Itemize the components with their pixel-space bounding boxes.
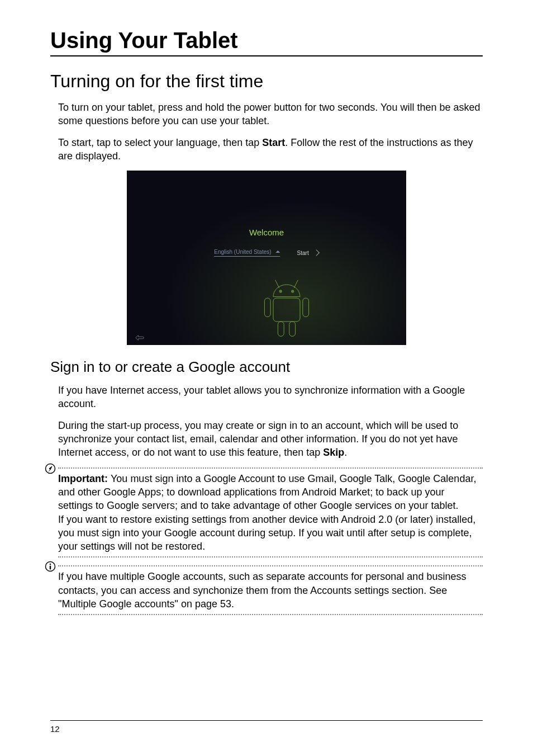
- language-selector[interactable]: English (United States): [214, 249, 280, 257]
- important-note-text: Important: You must sign into a Google A…: [58, 472, 483, 554]
- page-number: 12: [50, 724, 60, 734]
- dotted-divider: [58, 467, 483, 469]
- pin-icon: [45, 463, 56, 474]
- svg-point-2: [279, 290, 282, 293]
- back-icon[interactable]: [135, 334, 145, 342]
- start-label-bold: Start: [262, 137, 285, 148]
- dotted-divider: [58, 556, 483, 557]
- paragraph-start-instructions: To start, tap to select your language, t…: [58, 136, 483, 163]
- svg-rect-7: [278, 322, 284, 336]
- section-heading-turning-on: Turning on for the first time: [50, 71, 483, 92]
- section-heading-google-account: Sign in to or create a Google account: [50, 358, 483, 376]
- language-value: English (United States): [214, 249, 271, 255]
- language-start-row: English (United States) Start: [214, 249, 318, 257]
- svg-point-3: [291, 290, 294, 293]
- info-note-text: If you have multiple Google accounts, su…: [58, 570, 483, 611]
- dotted-divider: [58, 565, 483, 566]
- start-button[interactable]: Start: [297, 250, 319, 256]
- text: If you want to restore existing settings…: [58, 514, 475, 552]
- paragraph-turn-on: To turn on your tablet, press and hold t…: [58, 101, 483, 128]
- paragraph-startup-process: During the start-up process, you may cre…: [58, 419, 483, 460]
- info-note: If you have multiple Google accounts, su…: [58, 565, 483, 615]
- text: During the start-up process, you may cre…: [58, 420, 458, 459]
- important-note: Important: You must sign into a Google A…: [58, 467, 483, 558]
- info-icon: [45, 561, 56, 572]
- dotted-divider: [58, 614, 483, 615]
- start-button-label: Start: [297, 250, 309, 256]
- svg-rect-12: [50, 566, 51, 570]
- text: You must sign into a Google Account to u…: [58, 473, 476, 512]
- paragraph-sync-info: If you have Internet access, your tablet…: [58, 384, 483, 411]
- svg-point-11: [50, 564, 51, 565]
- page-footer: 12: [50, 720, 483, 734]
- important-label: Important:: [58, 473, 111, 484]
- svg-rect-4: [273, 298, 300, 322]
- text: To start, tap to select your language, t…: [58, 137, 262, 148]
- android-robot-icon: [250, 275, 317, 342]
- chevron-right-icon: [313, 250, 320, 256]
- dropdown-arrow-icon: [276, 251, 280, 253]
- svg-rect-5: [264, 298, 270, 317]
- svg-rect-8: [289, 322, 296, 336]
- skip-label-bold: Skip: [323, 447, 344, 458]
- page-title: Using Your Tablet: [50, 28, 483, 56]
- welcome-label: Welcome: [249, 228, 284, 237]
- welcome-screenshot: Welcome English (United States) Start: [127, 171, 406, 345]
- svg-rect-6: [303, 298, 309, 317]
- text: .: [344, 447, 347, 458]
